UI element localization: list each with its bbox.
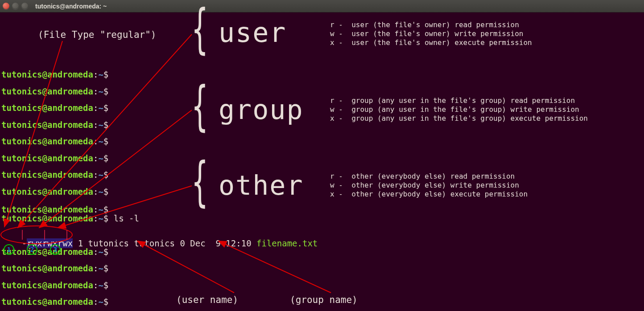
desc-group-r: r - group (any user in the file's group)… — [330, 96, 575, 106]
prompt-user: tutonics — [1, 297, 42, 307]
prompt-line: tutonics@andromeda:~$ — [1, 205, 108, 214]
prompt-colon: : — [93, 187, 98, 196]
prompt-path: ~ — [98, 205, 103, 214]
prompt-user: tutonics — [1, 153, 42, 163]
prompt-path: ~ — [98, 136, 103, 146]
prompt-line: tutonics@andromeda:~$ — [1, 121, 108, 129]
label-user: user — [219, 19, 287, 46]
prompt-at: @ — [42, 263, 47, 273]
desc-other-w: w - other (everybody else) write permiss… — [330, 181, 519, 190]
prompt-at: @ — [42, 205, 47, 214]
prompt-line: tutonics@andromeda:~$ — [1, 171, 108, 179]
prompt-line: tutonics@andromeda:~$ ls -l — [1, 214, 139, 223]
prompt-dollar: $ — [103, 297, 108, 307]
prompt-path: ~ — [98, 280, 103, 290]
prompt-user: tutonics — [1, 170, 42, 180]
prompt-host: andromeda — [47, 213, 93, 223]
terminal-body[interactable]: (File Type "regular") { user r - user (t… — [0, 12, 644, 311]
ls-command: ls -l — [114, 213, 139, 223]
prompt-host: andromeda — [47, 103, 93, 113]
prompt-path: ~ — [98, 153, 103, 163]
desc-group-x: x - group (any user in the file's group)… — [330, 114, 588, 123]
prompt-colon: : — [93, 70, 98, 79]
prompt-at: @ — [42, 297, 47, 307]
ls-output-line: -rwxrwxrwx 1 tutonics tutonics 0 Dec 9 1… — [1, 231, 318, 256]
prompt-dollar: $ — [103, 205, 108, 214]
prompt-host: andromeda — [47, 136, 93, 146]
prompt-colon: : — [93, 136, 98, 146]
prompt-at: @ — [42, 103, 47, 113]
prompt-at: @ — [42, 213, 47, 223]
close-icon[interactable] — [3, 3, 9, 9]
prompt-path: ~ — [98, 297, 103, 307]
desc-user-x: x - user (the file's owner) execute perm… — [330, 38, 532, 48]
prompt-host: andromeda — [47, 263, 93, 273]
prompt-line: tutonics@andromeda:~$ — [1, 154, 108, 163]
prompt-dollar: $ — [103, 187, 108, 196]
prompt-at: @ — [42, 120, 47, 130]
prompt-at: @ — [42, 86, 47, 96]
label-group: group — [219, 96, 304, 123]
prompt-dollar: $ — [103, 103, 108, 113]
prompt-dollar: $ — [103, 280, 108, 290]
prompt-dollar: $ — [103, 70, 108, 79]
prompt-line: tutonics@andromeda:~$ — [1, 281, 108, 290]
prompt-line: tutonics@andromeda:~$ — [1, 137, 108, 146]
brace-group-icon: { — [192, 79, 208, 133]
prompt-colon: : — [93, 263, 98, 273]
desc-group-w: w - group (any user in the file's group)… — [330, 105, 579, 115]
prompt-dollar: $ — [103, 170, 108, 180]
prompt-colon: : — [93, 170, 98, 180]
prompt-user: tutonics — [1, 280, 42, 290]
desc-other-r: r - other (everybody else) read permissi… — [330, 172, 515, 181]
prompt-path: ~ — [98, 120, 103, 130]
prompt-user: tutonics — [1, 263, 42, 273]
prompt-host: andromeda — [47, 205, 93, 214]
prompt-host: andromeda — [47, 120, 93, 130]
annotation-file-type: (File Type "regular") — [38, 30, 157, 40]
ls-filetype-dash: - — [22, 238, 27, 248]
desc-user-r: r - user (the file's owner) read permiss… — [330, 20, 519, 30]
prompt-host: andromeda — [47, 280, 93, 290]
prompt-line: tutonics@andromeda:~$ — [1, 104, 108, 112]
annotation-group-name: (group name) — [290, 295, 358, 305]
brace-user-icon: { — [192, 2, 208, 56]
prompt-at: @ — [42, 187, 47, 196]
prompt-dollar: $ — [103, 120, 108, 130]
prompt-dollar: $ — [103, 86, 108, 96]
label-other: other — [219, 172, 304, 199]
prompt-host: andromeda — [47, 70, 93, 79]
ls-filename: filename.txt — [256, 238, 318, 248]
prompt-line: tutonics@andromeda:~$ — [1, 188, 108, 196]
prompt-user: tutonics — [1, 103, 42, 113]
prompt-user: tutonics — [1, 136, 42, 146]
brace-other-icon: { — [192, 155, 208, 209]
prompt-host: andromeda — [47, 187, 93, 196]
prompt-line: tutonics@andromeda:~$ — [1, 264, 108, 273]
prompt-path: ~ — [98, 170, 103, 180]
badge-2: 2 — [27, 244, 37, 255]
prompt-path: ~ — [98, 213, 103, 223]
window-title: tutonics@andromeda: ~ — [35, 3, 107, 10]
badge-3: 3 — [50, 244, 61, 255]
annotation-user-name: (user name) — [176, 295, 238, 305]
prompt-path: ~ — [98, 86, 103, 96]
prompt-dollar: $ — [103, 213, 108, 223]
prompt-at: @ — [42, 153, 47, 163]
minimize-icon[interactable] — [12, 3, 19, 9]
prompt-line: tutonics@andromeda:~$ — [1, 70, 108, 79]
prompt-colon: : — [93, 280, 98, 290]
prompt-at: @ — [42, 170, 47, 180]
desc-user-w: w - user (the file's owner) write permis… — [330, 29, 523, 39]
ls-rest: 1 tutonics tutonics 0 Dec 9 12:10 — [73, 238, 256, 248]
prompt-host: andromeda — [47, 170, 93, 180]
prompt-host: andromeda — [47, 297, 93, 307]
prompt-dollar: $ — [103, 263, 108, 273]
window-titlebar: tutonics@andromeda: ~ — [0, 0, 644, 12]
maximize-icon[interactable] — [21, 3, 28, 9]
prompt-path: ~ — [98, 187, 103, 196]
prompt-dollar: $ — [103, 136, 108, 146]
prompt-user: tutonics — [1, 205, 42, 214]
prompt-line: tutonics@andromeda:~$ — [1, 298, 108, 306]
prompt-user: tutonics — [1, 70, 42, 79]
